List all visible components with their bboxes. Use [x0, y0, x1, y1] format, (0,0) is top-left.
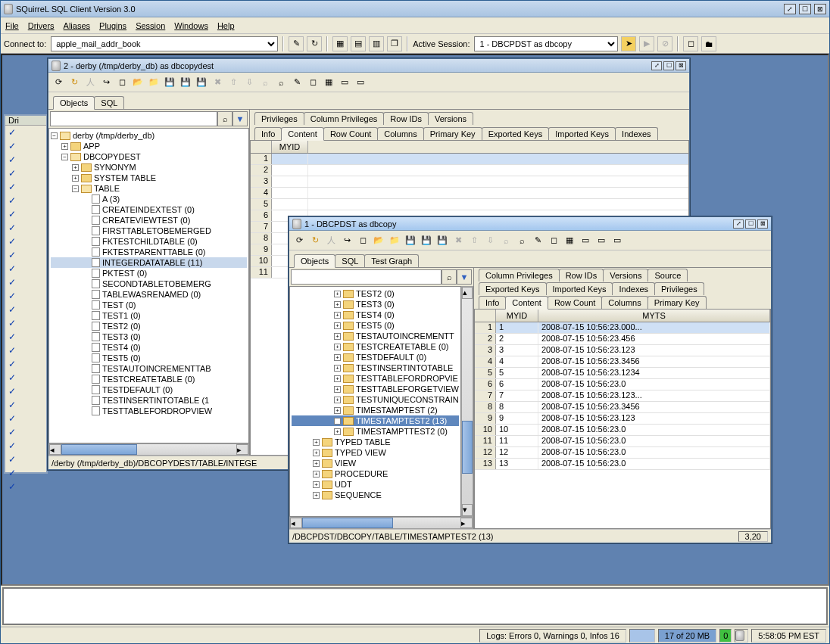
tree1-hscroll[interactable]: ◂▸: [289, 517, 473, 529]
tree-item[interactable]: +TEST3 (0): [292, 299, 459, 310]
tree-item[interactable]: +TYPED VIEW: [292, 447, 459, 458]
table-row[interactable]: 882008-07-15 10:56:23.3456: [475, 402, 770, 413]
table-row[interactable]: 1: [251, 154, 688, 165]
restore-button[interactable]: ⤢: [784, 4, 796, 14]
table-row[interactable]: 992008-07-15 10:56:23.123: [475, 413, 770, 425]
tree-item[interactable]: TESTAUTOINCREMENTTAB: [51, 363, 247, 374]
tree-item[interactable]: TESTDEFAULT (0): [51, 384, 247, 395]
exit-icon[interactable]: ↪: [99, 76, 113, 89]
active-session-combo[interactable]: 1 - DBCPDST as dbcopy: [474, 36, 618, 51]
delete-icon[interactable]: ✖: [211, 76, 224, 89]
filter-icon[interactable]: ▼: [232, 111, 248, 126]
maximize-button[interactable]: ☐: [799, 4, 811, 14]
tree-icon[interactable]: 🖿: [701, 36, 716, 51]
menu-drivers[interactable]: Drivers: [28, 21, 55, 30]
search-icon[interactable]: ⌕: [217, 111, 232, 126]
table-row[interactable]: 11112008-07-15 10:56:23.0: [475, 436, 770, 447]
tree-item[interactable]: TEST4 (0): [51, 342, 247, 353]
tree-search-input[interactable]: [50, 111, 217, 126]
table-row[interactable]: 772008-07-15 10:56:23.123...: [475, 390, 770, 402]
col-myid[interactable]: MYID: [272, 141, 308, 153]
tree-item[interactable]: +TIMESTAMPTEST2 (13): [292, 415, 459, 426]
tree-item[interactable]: +PROCEDURE: [292, 468, 459, 479]
win1-close-icon[interactable]: ⊠: [757, 219, 768, 229]
tree-item[interactable]: +SYNONYM: [51, 162, 247, 173]
tab-objects[interactable]: Objects: [53, 96, 95, 110]
reload-icon[interactable]: ↻: [67, 76, 81, 89]
new-window-icon[interactable]: ◻: [683, 36, 698, 51]
tree-item[interactable]: TEST2 (0): [51, 321, 247, 331]
table-row[interactable]: 13132008-07-15 10:56:23.0: [475, 459, 770, 470]
tab-objects-1[interactable]: Objects: [294, 254, 335, 268]
tree-item[interactable]: TESTTABLEFORDROPVIEW: [51, 406, 247, 416]
tree1-vscroll[interactable]: ▴▾: [461, 286, 473, 517]
tab-sql[interactable]: SQL: [94, 96, 124, 109]
table-row[interactable]: 332008-07-15 10:56:23.123: [475, 345, 770, 356]
table-row[interactable]: 3: [251, 176, 688, 188]
table-row[interactable]: 112008-07-15 10:56:23.000...: [475, 322, 770, 334]
tree1-search-input[interactable]: [291, 269, 442, 285]
connect-to-combo[interactable]: apple_mail_addr_book: [51, 36, 278, 51]
tree-item[interactable]: INTEGERDATATABLE (11): [51, 257, 247, 268]
tree-item[interactable]: +TEST5 (0): [292, 320, 459, 331]
tree-item[interactable]: TEST3 (0): [51, 331, 247, 342]
tree-item[interactable]: +VIEW: [292, 458, 459, 468]
tree-item[interactable]: SECONDTABLETOBEMERG: [51, 278, 247, 289]
tree-item[interactable]: +SYSTEM TABLE: [51, 173, 247, 183]
tree-item[interactable]: CREATEINDEXTEST (0): [51, 204, 247, 215]
tree-item[interactable]: +TESTINSERTINTOTABLE: [292, 362, 459, 373]
table-row[interactable]: 552008-07-15 10:56:23.1234: [475, 368, 770, 379]
cascade-icon[interactable]: ❐: [387, 36, 402, 51]
tab-testgraph[interactable]: Test Graph: [364, 254, 419, 267]
run-icon[interactable]: 人: [83, 76, 97, 89]
tile-icon[interactable]: ▦: [332, 36, 348, 51]
tab-content[interactable]: Content: [281, 127, 324, 141]
menu-file[interactable]: File: [5, 21, 19, 30]
table-row[interactable]: 222008-07-15 10:56:23.456: [475, 334, 770, 345]
tree-item[interactable]: +TESTTABLEFORDROPVIE: [292, 373, 459, 384]
tree-item[interactable]: A (3): [51, 194, 247, 204]
tree-hscroll[interactable]: ◂▸: [48, 443, 249, 456]
tree-item[interactable]: +TYPED TABLE: [292, 437, 459, 447]
filter-icon[interactable]: ▼: [457, 269, 472, 285]
tree-item[interactable]: +TIMESTAMPTTEST2 (0): [292, 426, 459, 437]
table-row[interactable]: 442008-07-15 10:56:23.3456: [475, 356, 770, 368]
tree-item[interactable]: TEST (0): [51, 300, 247, 310]
col-myid-1[interactable]: MYID: [496, 310, 538, 322]
table-row[interactable]: 12122008-07-15 10:56:23.0: [475, 447, 770, 459]
table-row[interactable]: 2: [251, 165, 688, 176]
tile-v-icon[interactable]: ▥: [369, 36, 384, 51]
tree-item[interactable]: +TEST2 (0): [292, 288, 459, 299]
play-icon[interactable]: ▶: [639, 36, 654, 51]
stop-icon[interactable]: ⊘: [657, 36, 672, 51]
col-myts[interactable]: MYTS: [538, 310, 770, 322]
go-to-session-icon[interactable]: ➤: [621, 36, 636, 51]
tree-item[interactable]: TABLEWASRENAMED (0): [51, 289, 247, 300]
table-row[interactable]: 10102008-07-15 10:56:23.0: [475, 425, 770, 436]
menu-windows[interactable]: Windows: [174, 21, 208, 30]
tree-item[interactable]: −TABLE: [51, 183, 247, 194]
refresh-icon[interactable]: ⟳: [51, 76, 65, 89]
new-session-icon[interactable]: ✎: [289, 36, 304, 51]
tree-item[interactable]: FKTESTCHILDTABLE (0): [51, 236, 247, 247]
tree-item[interactable]: −DBCOPYDEST: [51, 151, 247, 162]
win1-restore-icon[interactable]: ⤢: [733, 219, 744, 229]
tree-item[interactable]: +TIMESTAMPTEST (2): [292, 405, 459, 415]
close-button[interactable]: ⊠: [814, 4, 826, 14]
tab-sql-1[interactable]: SQL: [335, 254, 365, 267]
tree-item[interactable]: TESTCREATETABLE (0): [51, 374, 247, 384]
win2-restore-icon[interactable]: ⤢: [651, 61, 662, 70]
tab-content-1[interactable]: Content: [505, 296, 548, 310]
tree-item[interactable]: CREATEVIEWTEST (0): [51, 215, 247, 226]
menu-help[interactable]: Help: [217, 21, 235, 30]
tree-item[interactable]: +TESTDEFAULT (0): [292, 352, 459, 362]
reconnect-icon[interactable]: ↻: [307, 36, 322, 51]
trash-icon[interactable]: [735, 630, 744, 641]
menu-plugins[interactable]: Plugins: [99, 21, 126, 30]
tree-item[interactable]: +APP: [51, 141, 247, 151]
win1-max-icon[interactable]: ☐: [745, 219, 756, 229]
tree-item[interactable]: +TESTTABLEFORGETVIEW: [292, 384, 459, 394]
table-row[interactable]: 662008-07-15 10:56:23.0: [475, 379, 770, 390]
menu-session[interactable]: Session: [136, 21, 165, 30]
tree-item[interactable]: PKTEST (0): [51, 268, 247, 278]
